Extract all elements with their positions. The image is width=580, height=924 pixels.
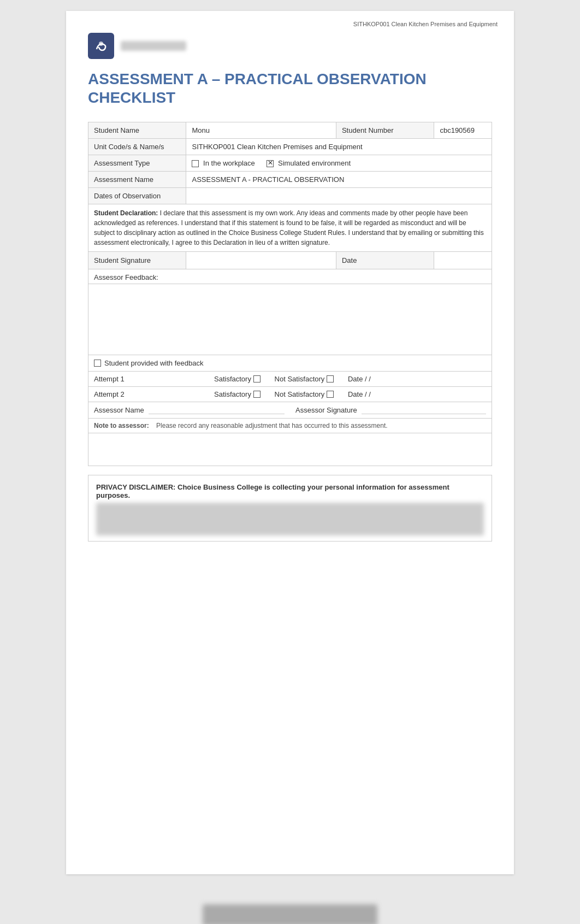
footer-content bbox=[203, 904, 377, 924]
dates-row: Dates of Observation bbox=[88, 188, 492, 204]
attempt-1-not-sat-checkbox[interactable] bbox=[327, 375, 334, 382]
attempt-2-satisfactory: Satisfactory bbox=[214, 390, 263, 398]
unit-code-row: Unit Code/s & Name/s SITHKOP001 Clean Ki… bbox=[88, 139, 492, 155]
attempt-1-date-value: / / bbox=[365, 375, 371, 383]
student-name-label: Student Name bbox=[88, 122, 186, 139]
assessment-name-row: Assessment Name ASSESSMENT A - PRACTICAL… bbox=[88, 172, 492, 188]
student-number-value: cbc190569 bbox=[434, 122, 492, 139]
student-feedback-row: Student provided with feedback bbox=[88, 355, 492, 372]
assessor-name-row: Assessor Name Assessor Signature bbox=[88, 402, 492, 419]
attempt-2-not-sat-label: Not Satisfactory bbox=[275, 390, 325, 398]
privacy-section: PRIVACY DISCLAIMER: Choice Business Coll… bbox=[88, 475, 492, 542]
page-title: ASSESSMENT A – PRACTICAL OBSERVATION CHE… bbox=[88, 70, 492, 107]
workplace-label: In the workplace bbox=[203, 159, 255, 167]
info-table: Student Name Monu Student Number cbc1905… bbox=[88, 122, 492, 269]
dates-label: Dates of Observation bbox=[88, 188, 186, 204]
attempt-1-not-sat-label: Not Satisfactory bbox=[275, 375, 325, 383]
workplace-checkbox[interactable] bbox=[192, 160, 199, 167]
assessor-sig-label: Assessor Signature bbox=[295, 406, 357, 414]
assessment-type-value: In the workplace Simulated environment bbox=[186, 155, 492, 172]
top-right-label: SITHKOP001 Clean Kitchen Premises and Eq… bbox=[353, 21, 498, 27]
student-feedback-checkbox[interactable] bbox=[94, 360, 101, 367]
student-number-label: Student Number bbox=[336, 122, 434, 139]
attempt-1-date-label: Date bbox=[348, 375, 363, 383]
student-feedback-label: Student provided with feedback bbox=[104, 359, 203, 367]
date-value bbox=[434, 252, 492, 269]
attempt-2-not-satisfactory: Not Satisfactory bbox=[275, 390, 336, 398]
attempt-1-row: Attempt 1 Satisfactory Not Satisfactory … bbox=[88, 372, 492, 387]
note-content-area bbox=[88, 433, 492, 466]
note-label: Note to assessor: bbox=[94, 422, 149, 429]
attempt-2-row: Attempt 2 Satisfactory Not Satisfactory … bbox=[88, 387, 492, 402]
assessor-name-cell: Assessor Name bbox=[94, 406, 285, 414]
privacy-blur bbox=[96, 503, 484, 535]
attempt-1-sat-label: Satisfactory bbox=[214, 375, 251, 383]
assessor-feedback-label: Assessor Feedback: bbox=[88, 269, 492, 284]
unit-code-value: SITHKOP001 Clean Kitchen Premises and Eq… bbox=[186, 139, 492, 155]
unit-code-label: Unit Code/s & Name/s bbox=[88, 139, 186, 155]
privacy-label: PRIVACY DISCLAIMER: Choice Business Coll… bbox=[96, 483, 449, 499]
attempt-2-not-sat-checkbox[interactable] bbox=[327, 391, 334, 398]
svg-point-1 bbox=[99, 42, 103, 46]
note-row: Note to assessor: Please record any reas… bbox=[88, 419, 492, 433]
attempt-1-label: Attempt 1 bbox=[94, 375, 214, 383]
attempt-1-satisfactory: Satisfactory bbox=[214, 375, 263, 383]
logo-area bbox=[88, 33, 492, 59]
student-name-value: Monu bbox=[186, 122, 336, 139]
attempt-2-sat-checkbox[interactable] bbox=[253, 391, 261, 398]
attempt-2-date-label: Date bbox=[348, 390, 363, 398]
logo-icon bbox=[88, 33, 114, 59]
attempt-1-not-satisfactory: Not Satisfactory bbox=[275, 375, 336, 383]
declaration-text: Student Declaration: I declare that this… bbox=[88, 204, 492, 252]
feedback-area bbox=[88, 284, 492, 355]
dates-value bbox=[186, 188, 492, 204]
attempt-2-date: Date / / bbox=[348, 390, 371, 398]
assessor-name-label: Assessor Name bbox=[94, 406, 144, 414]
privacy-text: PRIVACY DISCLAIMER: Choice Business Coll… bbox=[96, 483, 484, 499]
declaration-row: Student Declaration: I declare that this… bbox=[88, 204, 492, 252]
signature-row: Student Signature Date bbox=[88, 252, 492, 269]
student-sig-label: Student Signature bbox=[88, 252, 186, 269]
declaration-label: Student Declaration: bbox=[94, 209, 158, 217]
attempt-2-sat-label: Satisfactory bbox=[214, 390, 251, 398]
attempt-1-date: Date / / bbox=[348, 375, 371, 383]
assessor-feedback-section: Assessor Feedback: bbox=[88, 269, 492, 355]
assessment-name-value: ASSESSMENT A - PRACTICAL OBSERVATION bbox=[186, 172, 492, 188]
logo-text bbox=[121, 41, 186, 51]
footer-section bbox=[66, 885, 514, 924]
assessor-sig-cell: Assessor Signature bbox=[295, 406, 486, 414]
assessment-name-label: Assessment Name bbox=[88, 172, 186, 188]
student-name-row: Student Name Monu Student Number cbc1905… bbox=[88, 122, 492, 139]
attempt-1-sat-checkbox[interactable] bbox=[253, 375, 261, 382]
date-label: Date bbox=[336, 252, 434, 269]
simulated-checkbox[interactable] bbox=[267, 160, 274, 167]
student-sig-value bbox=[186, 252, 336, 269]
note-text: Please record any reasonable adjustment … bbox=[156, 422, 388, 429]
assessment-type-label: Assessment Type bbox=[88, 155, 186, 172]
attempt-2-label: Attempt 2 bbox=[94, 390, 214, 398]
assessment-type-row: Assessment Type In the workplace Simulat… bbox=[88, 155, 492, 172]
simulated-label: Simulated environment bbox=[278, 159, 351, 167]
attempt-2-date-value: / / bbox=[365, 390, 371, 398]
